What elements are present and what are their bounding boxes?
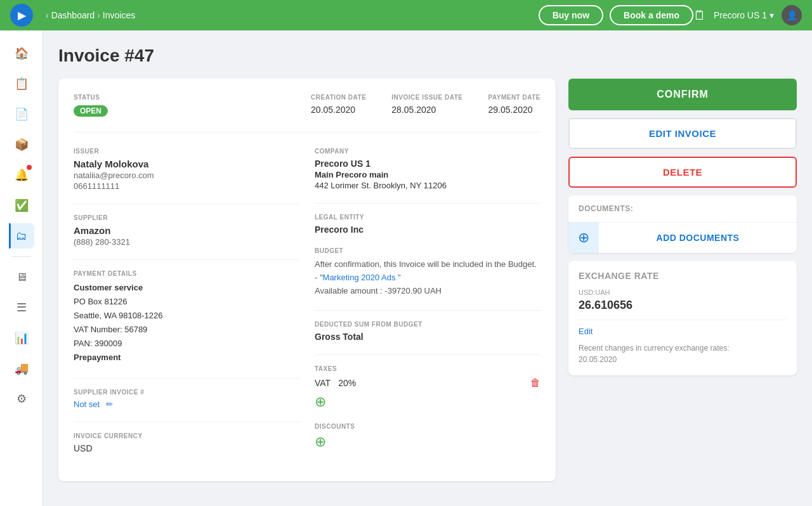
issue-date-value: 28.05.2020 (391, 105, 462, 115)
divider-3 (74, 378, 299, 379)
company-section: COMPANY Precoro US 1 Main Precoro main 4… (315, 148, 540, 190)
sidebar-item-home[interactable]: 🏠 (9, 41, 34, 66)
document-icon: 🗒 (693, 8, 706, 23)
invoice-currency-section: INVOICE CURRENCY USD (74, 432, 299, 453)
deducted-section: DEDUCTED SUM FROM BUDGET Gross Total (315, 321, 540, 342)
divider-4 (74, 422, 299, 422)
right-panel: CONFIRM EDIT INVOICE DELETE DOCUMENTS: ⊕… (568, 79, 797, 375)
sidebar-item-purchase-requests[interactable]: 📋 (9, 71, 34, 96)
sidebar-item-analytics[interactable]: 📊 (9, 325, 34, 351)
sidebar-item-list[interactable]: ☰ (9, 295, 34, 320)
invoice-currency-label: INVOICE CURRENCY (74, 432, 299, 439)
sidebar-item-notifications[interactable]: 🔔 (9, 162, 34, 188)
sidebar-item-invoices[interactable]: 🗂 (9, 223, 34, 249)
legal-entity-section: LEGAL ENTITY Precoro Inc (315, 214, 540, 235)
edit-invoice-button[interactable]: EDIT INVOICE (568, 118, 797, 149)
logo: ▶ (10, 4, 33, 27)
invoice-header-row: STATUS OPEN CREATION DATE 20.05.2020 INV… (74, 94, 540, 133)
add-tax-button[interactable]: ⊕ (315, 394, 326, 410)
sidebar-item-reports[interactable]: 🖥 (9, 264, 34, 290)
book-demo-button[interactable]: Book a demo (610, 5, 693, 25)
invoice-left-col: ISSUER Nataly Molokova nataliia@precoro.… (74, 148, 299, 466)
payment-line6: Prepayment (74, 351, 299, 365)
delete-button[interactable]: DELETE (568, 157, 797, 188)
payment-details-value: Customer service PO Box 81226 Seattle, W… (74, 281, 299, 365)
invoice-card: STATUS OPEN CREATION DATE 20.05.2020 INV… (58, 79, 556, 481)
supplier-section: SUPPLIER Amazon (888) 280-3321 (74, 214, 299, 247)
user-avatar[interactable]: 👤 (782, 5, 802, 25)
documents-card: DOCUMENTS: ⊕ ADD DOCUMENTS (568, 195, 797, 253)
invoice-currency-value: USD (74, 443, 299, 453)
sidebar-divider (12, 256, 31, 257)
creation-date-value: 20.05.2020 (311, 105, 366, 115)
sidebar-item-receiving[interactable]: 📦 (9, 132, 34, 157)
content-area: Invoice #47 STATUS OPEN CREATION DATE 20… (43, 30, 812, 506)
payment-date-label: PAYMENT DATE (488, 94, 541, 101)
supplier-label: SUPPLIER (74, 214, 299, 221)
navbar-center-buttons: Buy now Book a demo (539, 5, 693, 25)
breadcrumb-invoices[interactable]: Invoices (103, 10, 135, 20)
supplier-invoice-section: SUPPLIER INVOICE # Not set ✏ (74, 389, 299, 409)
sidebar-item-purchase-orders[interactable]: 📄 (9, 101, 34, 127)
payment-details-section: PAYMENT DETAILS Customer service PO Box … (74, 270, 299, 365)
budget-text: After confirmation, this Invoice will be… (315, 258, 540, 297)
issuer-section: ISSUER Nataly Molokova nataliia@precoro.… (74, 148, 299, 191)
company-selector[interactable]: Precoro US 1 ▾ (714, 10, 774, 20)
taxes-label: TAXES (315, 365, 540, 372)
supplier-name: Amazon (74, 225, 299, 236)
breadcrumb-sep: › (97, 10, 100, 20)
divider-5 (315, 203, 540, 204)
edit-supplier-invoice-icon[interactable]: ✏ (106, 399, 113, 409)
delete-tax-icon[interactable]: 🗑 (530, 377, 540, 389)
exchange-note-text: Recent changes in currency exchange rate… (579, 344, 729, 353)
payment-date-section: PAYMENT DATE 29.05.2020 (488, 94, 541, 117)
supplier-phone: (888) 280-3321 (74, 237, 299, 247)
discounts-section: DISCOUNTS ⊕ (315, 423, 540, 450)
company-address: 442 Lorimer St. Brooklyn, NY 11206 (315, 181, 540, 190)
legal-entity-value: Precoro Inc (315, 224, 540, 235)
tax-name: VAT (315, 378, 331, 388)
sidebar-item-approvals[interactable]: ✅ (9, 193, 34, 218)
exchange-edit-link[interactable]: Edit (579, 327, 787, 336)
budget-link[interactable]: Marketing 2020 Ads (323, 273, 396, 282)
breadcrumb: ‹ Dashboard › Invoices (46, 10, 539, 20)
budget-available: Available amount : -39720.90 UAH (315, 286, 442, 295)
chevron-left-icon: ‹ (46, 10, 49, 20)
company-name: Precoro US 1 (315, 159, 540, 169)
supplier-invoice-value[interactable]: Not set (74, 399, 100, 409)
budget-label: BUDGET (315, 247, 540, 254)
sidebar-item-settings[interactable]: ⚙ (9, 386, 34, 412)
exchange-divider (579, 320, 787, 320)
issue-date-section: INVOICE ISSUE DATE 28.05.2020 (391, 94, 462, 117)
company-name: Precoro US 1 (714, 10, 767, 20)
confirm-button[interactable]: CONFIRM (568, 79, 797, 110)
content-grid: STATUS OPEN CREATION DATE 20.05.2020 INV… (58, 79, 797, 481)
plus-icon: ⊕ (578, 230, 589, 246)
buy-now-button[interactable]: Buy now (539, 5, 603, 25)
issuer-email: nataliia@precoro.com (74, 171, 299, 180)
add-documents-button[interactable]: ADD DOCUMENTS (599, 224, 797, 252)
budget-text-post: " (395, 273, 400, 282)
divider-1 (74, 204, 299, 204)
invoice-right-col: COMPANY Precoro US 1 Main Precoro main 4… (315, 148, 540, 466)
breadcrumb-dashboard[interactable]: Dashboard (51, 10, 95, 20)
issuer-name: Nataly Molokova (74, 159, 299, 169)
sidebar-item-suppliers[interactable]: 🚚 (9, 356, 34, 381)
status-section: STATUS OPEN (74, 94, 285, 117)
creation-date-section: CREATION DATE 20.05.2020 (311, 94, 366, 117)
exchange-note: Recent changes in currency exchange rate… (579, 342, 787, 365)
documents-header: DOCUMENTS: (568, 195, 797, 222)
sidebar: 🏠 📋 📄 📦 🔔 ✅ 🗂 🖥 ☰ 📊 🚚 ⚙ (0, 30, 43, 506)
divider-7 (315, 354, 540, 355)
payment-line3: Seattle, WA 98108-1226 (74, 309, 299, 323)
issue-date-label: INVOICE ISSUE DATE (391, 94, 462, 101)
deducted-value: Gross Total (315, 332, 540, 342)
taxes-section: TAXES VAT 20% 🗑 ⊕ (315, 365, 540, 410)
deducted-label: DEDUCTED SUM FROM BUDGET (315, 321, 540, 328)
payment-line1: Customer service (74, 281, 299, 295)
tax-row: VAT 20% 🗑 (315, 377, 540, 389)
status-label: STATUS (74, 94, 285, 101)
add-document-icon[interactable]: ⊕ (568, 223, 599, 253)
invoice-body: ISSUER Nataly Molokova nataliia@precoro.… (74, 148, 540, 466)
add-discount-button[interactable]: ⊕ (315, 434, 326, 450)
